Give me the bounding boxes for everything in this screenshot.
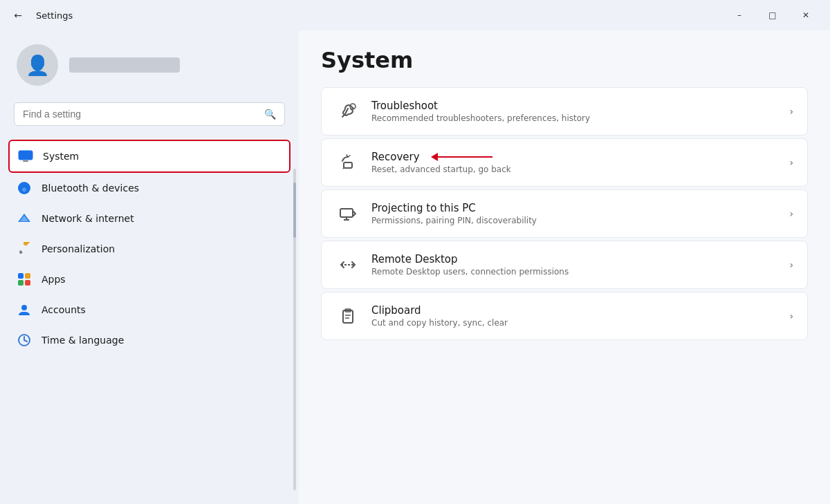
accounts-icon — [17, 302, 32, 317]
recovery-card[interactable]: Recovery Reset, advanced startup, go bac… — [321, 138, 808, 187]
titlebar: ← Settings – □ ✕ — [0, 0, 830, 30]
svg-text:⬦: ⬦ — [21, 183, 27, 194]
apps-label: Apps — [42, 274, 66, 285]
projecting-chevron: › — [789, 208, 793, 219]
svg-rect-7 — [23, 242, 30, 246]
remote-desktop-text: Remote Desktop Remote Desktop users, con… — [371, 253, 778, 277]
troubleshoot-chevron: › — [789, 106, 793, 117]
recovery-text: Recovery Reset, advanced startup, go bac… — [371, 151, 778, 174]
time-icon — [17, 333, 32, 348]
content-area: System Troubleshoot Recommended troubles… — [299, 30, 830, 504]
svg-rect-18 — [344, 162, 352, 168]
troubleshoot-card[interactable]: Troubleshoot Recommended troubleshooters… — [321, 87, 808, 136]
projecting-text: Projecting to this PC Permissions, pairi… — [371, 202, 778, 225]
remote-desktop-card[interactable]: Remote Desktop Remote Desktop users, con… — [321, 241, 808, 289]
troubleshoot-title: Troubleshoot — [371, 100, 778, 112]
user-section: 👤 — [0, 30, 299, 97]
svg-point-13 — [21, 305, 27, 310]
svg-rect-1 — [23, 160, 28, 162]
sidebar-item-accounts[interactable]: Accounts — [8, 295, 290, 325]
apps-icon — [17, 272, 32, 287]
search-box[interactable]: 🔍 — [14, 102, 285, 126]
recovery-icon — [335, 150, 360, 175]
search-input[interactable] — [23, 109, 259, 120]
bluetooth-label: Bluetooth & devices — [42, 183, 139, 194]
recovery-title-row: Recovery — [371, 151, 778, 163]
sidebar-item-personalization[interactable]: Personalization — [8, 234, 290, 264]
minimize-button[interactable]: – — [723, 4, 755, 26]
svg-line-16 — [24, 340, 27, 342]
nav-list: System ⬦ Bluetooth & devices — [0, 137, 299, 358]
page-title: System — [321, 47, 808, 73]
remote-desktop-desc: Remote Desktop users, connection permiss… — [371, 267, 778, 277]
clipboard-icon — [335, 304, 360, 328]
recovery-title: Recovery — [371, 151, 420, 163]
scrollbar-thumb[interactable] — [293, 183, 296, 238]
svg-rect-11 — [18, 280, 24, 286]
clipboard-desc: Cut and copy history, sync, clear — [371, 318, 778, 328]
network-label: Network & internet — [42, 213, 134, 224]
back-button[interactable]: ← — [8, 6, 28, 25]
sidebar-item-system[interactable]: System — [8, 140, 290, 173]
remote-desktop-icon — [335, 252, 360, 277]
maximize-button[interactable]: □ — [757, 4, 788, 26]
projecting-icon — [335, 201, 360, 226]
projecting-card[interactable]: Projecting to this PC Permissions, pairi… — [321, 189, 808, 238]
clipboard-card[interactable]: Clipboard Cut and copy history, sync, cl… — [321, 292, 808, 340]
close-button[interactable]: ✕ — [790, 4, 822, 26]
svg-rect-19 — [340, 209, 353, 217]
user-icon: 👤 — [26, 54, 50, 77]
app-body: 👤 🔍 System — [0, 30, 830, 504]
sidebar-item-bluetooth[interactable]: ⬦ Bluetooth & devices — [8, 173, 290, 203]
arrow-line — [437, 156, 492, 158]
svg-point-8 — [19, 251, 22, 254]
time-label: Time & language — [42, 335, 124, 346]
window-controls: – □ ✕ — [723, 4, 822, 26]
sidebar-item-time[interactable]: Time & language — [8, 325, 290, 355]
svg-rect-0 — [19, 151, 33, 160]
search-section: 🔍 — [0, 97, 299, 137]
sidebar: 👤 🔍 System — [0, 30, 299, 504]
scrollbar-track — [293, 169, 296, 490]
recovery-annotation-arrow — [431, 153, 492, 161]
bluetooth-icon: ⬦ — [17, 180, 32, 196]
titlebar-left: ← Settings — [8, 6, 73, 25]
remote-desktop-title: Remote Desktop — [371, 253, 778, 265]
sidebar-item-network[interactable]: Network & internet — [8, 203, 290, 234]
network-icon — [17, 211, 32, 226]
system-label: System — [43, 151, 79, 162]
search-icon: 🔍 — [264, 109, 276, 120]
accounts-label: Accounts — [42, 304, 86, 315]
troubleshoot-text: Troubleshoot Recommended troubleshooters… — [371, 100, 778, 123]
troubleshoot-desc: Recommended troubleshooters, preferences… — [371, 113, 778, 123]
clipboard-title: Clipboard — [371, 304, 778, 317]
projecting-title: Projecting to this PC — [371, 202, 778, 214]
troubleshoot-icon — [335, 99, 360, 124]
recovery-desc: Reset, advanced startup, go back — [371, 165, 778, 174]
remote-desktop-chevron: › — [789, 259, 793, 270]
user-name-bar — [69, 57, 180, 73]
avatar: 👤 — [17, 44, 58, 86]
clipboard-chevron: › — [789, 310, 793, 321]
personalization-icon — [17, 241, 32, 256]
sidebar-item-apps[interactable]: Apps — [8, 264, 290, 295]
personalization-label: Personalization — [42, 243, 115, 254]
svg-rect-12 — [25, 280, 30, 286]
projecting-desc: Permissions, pairing PIN, discoverabilit… — [371, 216, 778, 225]
app-title: Settings — [36, 10, 73, 21]
system-icon — [18, 149, 33, 164]
svg-rect-9 — [18, 273, 24, 279]
clipboard-text: Clipboard Cut and copy history, sync, cl… — [371, 304, 778, 328]
recovery-chevron: › — [789, 157, 793, 168]
svg-rect-10 — [25, 273, 30, 279]
